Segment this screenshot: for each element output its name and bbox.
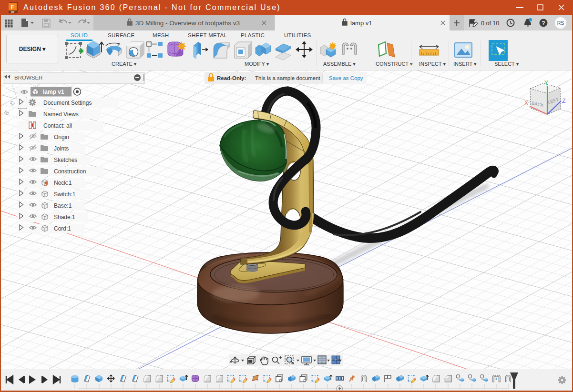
- svg-text:Origin: Origin: [54, 134, 69, 141]
- svg-text:Shade:1: Shade:1: [54, 214, 75, 221]
- svg-text:?: ?: [542, 20, 545, 27]
- svg-text:Construction: Construction: [54, 168, 86, 175]
- svg-text:Named Views: Named Views: [43, 111, 79, 118]
- svg-text:lamp v1: lamp v1: [43, 89, 64, 95]
- svg-text:X: X: [524, 100, 529, 106]
- svg-text:This is a sample document: This is a sample document: [255, 75, 321, 81]
- svg-text:Save as Copy: Save as Copy: [329, 75, 363, 81]
- svg-text:Y: Y: [544, 80, 549, 86]
- svg-text:lamp v1: lamp v1: [350, 20, 372, 27]
- svg-text:Base:1: Base:1: [54, 202, 72, 209]
- svg-text:Joints: Joints: [54, 145, 69, 152]
- svg-text:Z: Z: [562, 98, 566, 104]
- svg-text:RS: RS: [557, 20, 564, 26]
- svg-text:Read-Only:: Read-Only:: [217, 75, 246, 81]
- svg-text:Switch:1: Switch:1: [54, 191, 76, 198]
- svg-text:360: 360: [11, 11, 15, 13]
- svg-text:Neck:1: Neck:1: [54, 180, 72, 186]
- svg-text:3D Milling - Overview of toolp: 3D Milling - Overview of toolpaths v3: [135, 20, 240, 27]
- svg-text:F: F: [11, 4, 14, 10]
- svg-text:Sketches: Sketches: [54, 157, 77, 163]
- svg-text:0 of 10: 0 of 10: [481, 20, 499, 27]
- svg-text:Cord:1: Cord:1: [54, 225, 71, 232]
- svg-text:BROWSER: BROWSER: [14, 75, 42, 80]
- svg-text:Document Settings: Document Settings: [43, 100, 92, 106]
- svg-text:Contact: all: Contact: all: [43, 122, 72, 129]
